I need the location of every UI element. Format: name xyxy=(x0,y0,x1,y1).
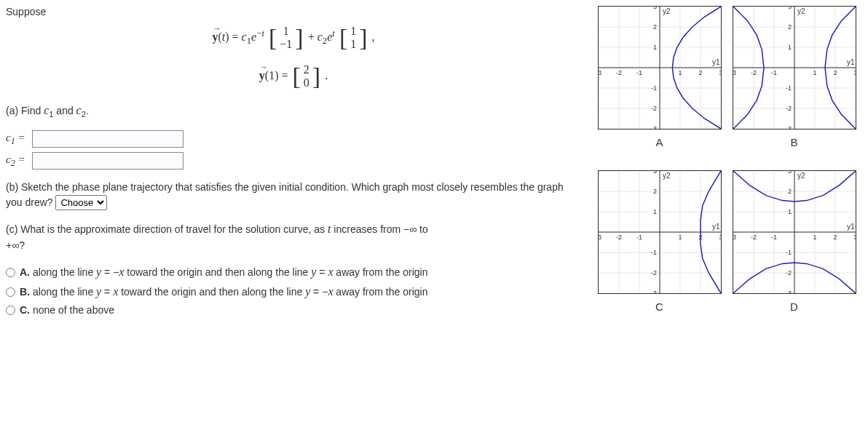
svg-text:-1: -1 xyxy=(770,69,776,76)
graph-b: -3-3-2-2-1-1112233y1y2 B xyxy=(730,6,858,148)
svg-text:1: 1 xyxy=(787,44,791,51)
svg-text:1: 1 xyxy=(652,44,656,51)
svg-text:-3: -3 xyxy=(650,125,656,130)
svg-text:y1: y1 xyxy=(712,58,720,66)
svg-text:-1: -1 xyxy=(650,84,656,92)
graph-d-label: D xyxy=(730,300,858,313)
svg-text:-1: -1 xyxy=(770,234,776,241)
svg-text:-1: -1 xyxy=(785,84,791,92)
option-c-text: C. none of the above xyxy=(20,303,114,318)
equation-1: y(t) = c1e−t [1−1] + c2et [11] , xyxy=(6,25,581,52)
graph-d-svg: -3-3-2-2-1-1112233y1y2 xyxy=(733,170,856,294)
part-b-prompt: (b) Sketch the phase plane trajectory th… xyxy=(6,180,581,210)
graph-a: -3-3-2-2-1-1112233y1y2 A xyxy=(596,6,723,148)
svg-text:1: 1 xyxy=(813,234,816,241)
svg-text:2: 2 xyxy=(787,23,791,31)
svg-text:3: 3 xyxy=(787,6,791,10)
svg-text:3: 3 xyxy=(652,170,656,175)
svg-text:-3: -3 xyxy=(733,69,736,76)
graph-b-label: B xyxy=(730,136,858,148)
svg-text:-3: -3 xyxy=(785,125,791,130)
svg-text:-3: -3 xyxy=(598,234,601,241)
svg-text:-2: -2 xyxy=(615,69,621,76)
svg-text:-3: -3 xyxy=(733,234,736,241)
svg-text:y2: y2 xyxy=(797,7,805,15)
svg-text:-1: -1 xyxy=(650,249,656,256)
svg-text:1: 1 xyxy=(813,69,816,76)
graph-choice-select[interactable]: Choose A B C D xyxy=(55,195,107,210)
graph-d: -3-3-2-2-1-1112233y1y2 D xyxy=(730,170,858,313)
svg-text:2: 2 xyxy=(833,234,837,241)
svg-text:2: 2 xyxy=(833,69,837,76)
svg-text:y1: y1 xyxy=(847,223,855,231)
option-b-text: B. along the line y = x toward the origi… xyxy=(20,283,427,300)
option-a-text: A. along the line y = −x toward the orig… xyxy=(20,263,427,281)
svg-text:3: 3 xyxy=(652,6,656,10)
svg-text:-1: -1 xyxy=(636,69,642,76)
svg-text:-1: -1 xyxy=(785,249,791,256)
part-c-prompt: (c) What is the approximate direction of… xyxy=(6,220,581,253)
graph-b-svg: -3-3-2-2-1-1112233y1y2 xyxy=(733,6,856,130)
graph-c-label: C xyxy=(596,300,723,313)
option-c-radio[interactable] xyxy=(6,306,15,315)
c2-label: c2 = xyxy=(6,154,32,169)
svg-text:2: 2 xyxy=(652,23,656,31)
svg-text:3: 3 xyxy=(719,69,722,76)
svg-text:3: 3 xyxy=(853,69,856,76)
svg-text:3: 3 xyxy=(787,170,791,175)
graph-a-label: A xyxy=(596,136,723,148)
svg-text:-2: -2 xyxy=(615,234,621,241)
svg-text:-1: -1 xyxy=(636,234,642,241)
svg-text:2: 2 xyxy=(698,69,702,76)
option-a-radio[interactable] xyxy=(6,268,15,277)
svg-text:1: 1 xyxy=(787,208,791,215)
intro-text: Suppose xyxy=(6,6,581,17)
svg-text:3: 3 xyxy=(853,234,856,241)
svg-text:2: 2 xyxy=(787,188,791,195)
svg-text:-3: -3 xyxy=(650,290,656,294)
svg-text:1: 1 xyxy=(652,208,656,215)
svg-text:-3: -3 xyxy=(598,69,601,76)
svg-text:-3: -3 xyxy=(785,290,791,294)
graph-a-svg: -3-3-2-2-1-1112233y1y2 xyxy=(598,6,722,130)
svg-text:-2: -2 xyxy=(650,105,656,112)
svg-text:2: 2 xyxy=(652,188,656,195)
part-a-prompt: (a) Find c1 and c2. xyxy=(6,102,581,121)
svg-text:-2: -2 xyxy=(750,234,756,241)
svg-text:y2: y2 xyxy=(663,7,671,15)
svg-text:y1: y1 xyxy=(712,223,720,231)
graph-c-svg: -3-3-2-2-1-1112233y1y2 xyxy=(598,170,722,294)
svg-text:y2: y2 xyxy=(663,172,671,180)
svg-text:-2: -2 xyxy=(650,269,656,276)
svg-text:y2: y2 xyxy=(797,172,805,180)
graph-grid: -3-3-2-2-1-1112233y1y2 A -3-3-2-2-1-1112… xyxy=(596,6,858,313)
c1-label: c1 = xyxy=(6,132,32,147)
c2-input[interactable] xyxy=(32,152,184,170)
svg-text:1: 1 xyxy=(678,69,682,76)
svg-text:-2: -2 xyxy=(785,269,791,276)
svg-text:1: 1 xyxy=(678,234,682,241)
option-b-radio[interactable] xyxy=(6,287,15,297)
c1-input[interactable] xyxy=(32,130,184,148)
svg-text:3: 3 xyxy=(719,234,722,241)
svg-text:y1: y1 xyxy=(847,58,855,66)
equation-2: y(1) = [20] . xyxy=(6,63,581,90)
svg-text:-2: -2 xyxy=(750,69,756,76)
graph-c: -3-3-2-2-1-1112233y1y2 C xyxy=(596,170,723,313)
svg-text:-2: -2 xyxy=(785,105,791,112)
